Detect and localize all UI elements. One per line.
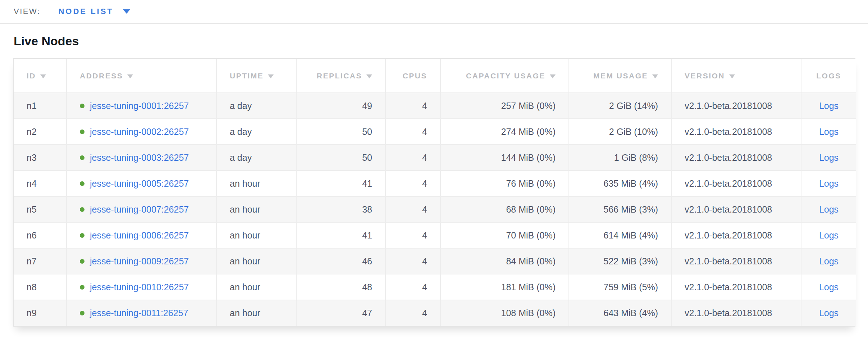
address-cell: jesse-tuning-0003:26257 bbox=[67, 145, 216, 170]
mem-cell: 566 MiB (3%) bbox=[569, 196, 671, 222]
id-cell: n7 bbox=[14, 248, 67, 274]
cpus-cell: 4 bbox=[385, 93, 440, 119]
node-row-n9: n9jesse-tuning-0011:26257an hour474108 M… bbox=[14, 300, 856, 326]
version-cell: v2.1.0-beta.20181008 bbox=[671, 170, 801, 196]
node-address-link[interactable]: jesse-tuning-0006:26257 bbox=[90, 230, 189, 241]
version-cell: v2.1.0-beta.20181008 bbox=[671, 300, 801, 326]
column-header-uptime[interactable]: UPTIME bbox=[216, 59, 296, 93]
node-address-link[interactable]: jesse-tuning-0005:26257 bbox=[90, 178, 189, 189]
mem-cell: 2 GiB (14%) bbox=[569, 93, 671, 119]
logs-link[interactable]: Logs bbox=[819, 282, 839, 292]
node-address-link[interactable]: jesse-tuning-0002:26257 bbox=[90, 127, 189, 137]
logs-cell: Logs bbox=[801, 170, 856, 196]
column-header-capacity[interactable]: CAPACITY USAGE bbox=[440, 59, 569, 93]
cpus-cell: 4 bbox=[385, 248, 440, 274]
node-row-n7: n7jesse-tuning-0009:26257an hour46484 Mi… bbox=[14, 248, 856, 274]
replicas-cell: 48 bbox=[296, 274, 385, 300]
mem-cell: 635 MiB (4%) bbox=[569, 170, 671, 196]
column-header-label: CAPACITY USAGE bbox=[466, 72, 545, 80]
id-cell: n2 bbox=[14, 119, 67, 145]
logs-cell: Logs bbox=[801, 196, 856, 222]
logs-cell: Logs bbox=[801, 119, 856, 145]
node-address-link[interactable]: jesse-tuning-0011:26257 bbox=[90, 308, 188, 318]
uptime-cell: an hour bbox=[216, 222, 296, 248]
address-cell: jesse-tuning-0001:26257 bbox=[67, 93, 216, 119]
column-header-id[interactable]: ID bbox=[14, 59, 67, 93]
node-healthy-status-icon bbox=[80, 259, 84, 264]
column-header-replicas[interactable]: REPLICAS bbox=[296, 59, 385, 93]
node-healthy-status-icon bbox=[80, 155, 84, 160]
node-address-link[interactable]: jesse-tuning-0010:26257 bbox=[90, 282, 189, 292]
logs-cell: Logs bbox=[801, 248, 856, 274]
node-healthy-status-icon bbox=[80, 207, 84, 212]
node-address-link[interactable]: jesse-tuning-0009:26257 bbox=[90, 256, 189, 267]
node-healthy-status-icon bbox=[80, 311, 84, 315]
sort-desc-icon bbox=[652, 74, 658, 78]
capacity-cell: 84 MiB (0%) bbox=[440, 248, 569, 274]
page-title: Live Nodes bbox=[14, 34, 868, 48]
node-address-link[interactable]: jesse-tuning-0001:26257 bbox=[90, 101, 189, 111]
column-header-label: ADDRESS bbox=[80, 72, 123, 80]
capacity-cell: 257 MiB (0%) bbox=[440, 93, 569, 119]
table-body: n1jesse-tuning-0001:26257a day494257 MiB… bbox=[14, 93, 856, 326]
mem-cell: 2 GiB (10%) bbox=[569, 119, 671, 145]
table-header: IDADDRESSUPTIMEREPLICASCPUSCAPACITY USAG… bbox=[14, 59, 856, 93]
uptime-cell: an hour bbox=[216, 274, 296, 300]
column-header-mem[interactable]: MEM USAGE bbox=[569, 59, 671, 93]
logs-cell: Logs bbox=[801, 300, 856, 326]
version-cell: v2.1.0-beta.20181008 bbox=[671, 274, 801, 300]
version-cell: v2.1.0-beta.20181008 bbox=[671, 196, 801, 222]
cpus-cell: 4 bbox=[385, 196, 440, 222]
column-header-address[interactable]: ADDRESS bbox=[67, 59, 216, 93]
uptime-cell: a day bbox=[216, 119, 296, 145]
node-healthy-status-icon bbox=[80, 104, 84, 108]
view-selector-dropdown[interactable]: NODE LIST bbox=[58, 7, 130, 16]
replicas-cell: 47 bbox=[296, 300, 385, 326]
logs-link[interactable]: Logs bbox=[819, 101, 839, 111]
mem-cell: 522 MiB (3%) bbox=[569, 248, 671, 274]
version-cell: v2.1.0-beta.20181008 bbox=[671, 222, 801, 248]
capacity-cell: 181 MiB (0%) bbox=[440, 274, 569, 300]
logs-link[interactable]: Logs bbox=[819, 308, 839, 318]
cpus-cell: 4 bbox=[385, 274, 440, 300]
logs-link[interactable]: Logs bbox=[819, 153, 839, 163]
cpus-cell: 4 bbox=[385, 145, 440, 170]
id-cell: n1 bbox=[14, 93, 67, 119]
logs-link[interactable]: Logs bbox=[819, 204, 839, 214]
replicas-cell: 46 bbox=[296, 248, 385, 274]
column-header-label: VERSION bbox=[685, 72, 725, 80]
live-nodes-card: IDADDRESSUPTIMEREPLICASCPUSCAPACITY USAG… bbox=[13, 58, 855, 327]
id-cell: n3 bbox=[14, 145, 67, 170]
node-healthy-status-icon bbox=[80, 129, 84, 134]
logs-cell: Logs bbox=[801, 93, 856, 119]
capacity-cell: 144 MiB (0%) bbox=[440, 145, 569, 170]
uptime-cell: an hour bbox=[216, 300, 296, 326]
cpus-cell: 4 bbox=[385, 300, 440, 326]
logs-link[interactable]: Logs bbox=[819, 230, 839, 240]
column-header-label: REPLICAS bbox=[317, 72, 362, 80]
logs-cell: Logs bbox=[801, 145, 856, 170]
address-cell: jesse-tuning-0009:26257 bbox=[67, 248, 216, 274]
logs-link[interactable]: Logs bbox=[819, 256, 839, 266]
node-address-link[interactable]: jesse-tuning-0007:26257 bbox=[90, 204, 189, 215]
logs-cell: Logs bbox=[801, 222, 856, 248]
logs-link[interactable]: Logs bbox=[819, 178, 839, 188]
node-row-n6: n6jesse-tuning-0006:26257an hour41470 Mi… bbox=[14, 222, 856, 248]
logs-link[interactable]: Logs bbox=[819, 127, 839, 137]
node-row-n5: n5jesse-tuning-0007:26257an hour38468 Mi… bbox=[14, 196, 856, 222]
sort-desc-icon bbox=[729, 74, 735, 78]
uptime-cell: a day bbox=[216, 145, 296, 170]
column-header-version[interactable]: VERSION bbox=[671, 59, 801, 93]
node-healthy-status-icon bbox=[80, 181, 84, 186]
id-cell: n8 bbox=[14, 274, 67, 300]
uptime-cell: an hour bbox=[216, 170, 296, 196]
id-cell: n9 bbox=[14, 300, 67, 326]
capacity-cell: 76 MiB (0%) bbox=[440, 170, 569, 196]
replicas-cell: 41 bbox=[296, 170, 385, 196]
node-row-n2: n2jesse-tuning-0002:26257a day504274 MiB… bbox=[14, 119, 856, 145]
mem-cell: 643 MiB (4%) bbox=[569, 300, 671, 326]
cpus-cell: 4 bbox=[385, 222, 440, 248]
view-label: VIEW: bbox=[14, 7, 40, 16]
node-address-link[interactable]: jesse-tuning-0003:26257 bbox=[90, 153, 189, 163]
version-cell: v2.1.0-beta.20181008 bbox=[671, 119, 801, 145]
